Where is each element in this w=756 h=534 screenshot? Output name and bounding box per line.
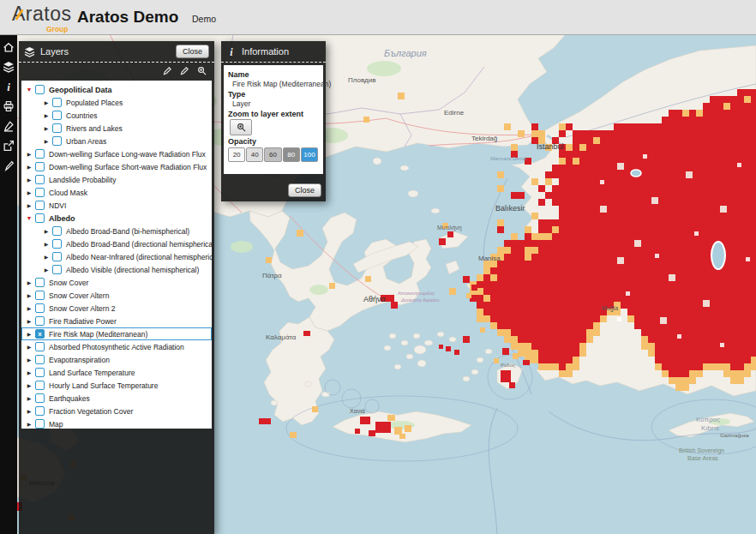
layer-checkbox[interactable] — [35, 368, 45, 377]
layer-checkbox[interactable] — [35, 355, 45, 364]
layer-checkbox[interactable] — [35, 393, 45, 403]
layer-checkbox[interactable] — [35, 406, 45, 416]
expand-arrow-icon[interactable]: ▶ — [42, 241, 51, 247]
layer-tree-item[interactable]: ▶Map — [21, 417, 212, 429]
layer-tree-item[interactable]: ▶Snow Cover — [21, 276, 212, 289]
information-icon[interactable]: i — [3, 80, 15, 93]
layer-tree-item[interactable]: ▼Albedo — [21, 212, 212, 225]
layer-tree-item[interactable]: ▶Earthquakes — [21, 392, 212, 405]
expand-arrow-icon[interactable]: ▶ — [25, 382, 33, 388]
expand-arrow-icon[interactable]: ▶ — [25, 357, 33, 363]
layer-tree-item[interactable]: ▶Albedo Broad-Band (bi-hemispherical) — [21, 225, 212, 237]
layer-checkbox[interactable] — [35, 316, 45, 326]
expand-arrow-icon[interactable]: ▶ — [42, 99, 51, 105]
expand-arrow-icon[interactable]: ▶ — [25, 305, 33, 311]
collapse-arrow-icon[interactable]: ▼ — [25, 87, 33, 93]
layer-tree-item[interactable]: ▶Rivers and Lakes — [21, 122, 212, 135]
zoom-to-extent-button[interactable] — [230, 119, 252, 135]
expand-arrow-icon[interactable]: ▶ — [25, 292, 33, 298]
layer-checkbox[interactable] — [35, 162, 45, 171]
layer-checkbox[interactable] — [52, 98, 62, 107]
edit-style-icon[interactable] — [180, 66, 189, 75]
expand-arrow-icon[interactable]: ▶ — [25, 177, 33, 183]
layer-tree-item[interactable]: ▼Geopolitical Data — [21, 83, 212, 96]
expand-arrow-icon[interactable]: ▶ — [42, 125, 51, 131]
layer-checkbox[interactable] — [52, 239, 62, 249]
expand-arrow-icon[interactable]: ▶ — [25, 164, 33, 170]
expand-arrow-icon[interactable]: ▶ — [42, 138, 51, 144]
expand-arrow-icon[interactable]: ▶ — [25, 318, 33, 324]
layer-checkbox[interactable] — [35, 381, 45, 390]
layer-tree-item[interactable]: ▶Urban Areas — [21, 135, 212, 147]
expand-arrow-icon[interactable]: ▶ — [25, 189, 33, 195]
layer-checkbox[interactable] — [35, 291, 45, 300]
layer-checkbox[interactable]: x — [35, 329, 45, 339]
information-close-button[interactable]: Close — [288, 183, 321, 197]
expand-arrow-icon[interactable]: ▶ — [42, 254, 51, 260]
pencil-icon[interactable] — [3, 159, 15, 171]
layer-tree-item[interactable]: ▶Landslide Probability — [21, 173, 212, 186]
layer-tree-item[interactable]: ▶Land Surface Temperature — [21, 366, 212, 379]
export-icon[interactable] — [3, 139, 15, 152]
expand-arrow-icon[interactable]: ▶ — [42, 228, 51, 234]
layer-checkbox[interactable] — [35, 149, 45, 159]
layer-tree-item[interactable]: ▶Albedo Broad-Band (directional hemisphe… — [21, 237, 212, 250]
layers-icon[interactable] — [3, 60, 15, 73]
expand-arrow-icon[interactable]: ▶ — [42, 112, 51, 118]
layer-checkbox[interactable] — [52, 123, 62, 133]
print-icon[interactable] — [3, 99, 15, 112]
opacity-button-60[interactable]: 60 — [264, 147, 281, 162]
layer-tree-item[interactable]: ▶Evapotranspiration — [21, 353, 212, 366]
zoom-search-icon[interactable] — [197, 66, 207, 75]
expand-arrow-icon[interactable]: ▶ — [25, 279, 33, 285]
layer-checkbox[interactable] — [52, 136, 62, 146]
layer-checkbox[interactable] — [35, 213, 45, 223]
layer-tree-item[interactable]: ▶Fire Radiative Power — [21, 315, 212, 327]
expand-arrow-icon[interactable]: ▶ — [25, 395, 33, 401]
expand-arrow-icon[interactable]: ▶ — [25, 344, 33, 350]
expand-arrow-icon[interactable]: ▶ — [25, 408, 33, 414]
layer-tree-item[interactable]: ▶Albedo Visible (directional hemispheric… — [21, 263, 212, 276]
opacity-button-20[interactable]: 20 — [228, 147, 245, 162]
layer-checkbox[interactable] — [52, 111, 62, 120]
layer-checkbox[interactable] — [52, 265, 62, 274]
layer-tree-item[interactable]: ▶Fraction Vegetation Cover — [21, 405, 212, 417]
opacity-button-80[interactable]: 80 — [283, 147, 300, 162]
layer-tree-item[interactable]: ▶Populated Places — [21, 96, 212, 109]
opacity-button-100[interactable]: 100 — [301, 147, 318, 162]
layer-label: Earthquakes — [49, 394, 90, 403]
layer-tree-item[interactable]: ▶Cloud Mask — [21, 186, 212, 199]
layer-tree-item[interactable]: ▶Hourly Land Surface Temperature — [21, 379, 212, 392]
layer-checkbox[interactable] — [35, 85, 45, 94]
layer-tree-item[interactable]: ▶Albedo Near-Infrared (directional hemis… — [21, 250, 212, 263]
expand-arrow-icon[interactable]: ▶ — [25, 369, 33, 375]
layer-tree-item[interactable]: ▶Down-welling Surface Short-wave Radiati… — [21, 160, 212, 173]
collapse-arrow-icon[interactable]: ▼ — [25, 215, 33, 221]
layer-tree-item[interactable]: ▶Countries — [21, 109, 212, 122]
layer-checkbox[interactable] — [35, 342, 45, 351]
layer-checkbox[interactable] — [35, 419, 45, 429]
layer-tree-item[interactable]: ▶NDVI — [21, 199, 212, 212]
layer-checkbox[interactable] — [35, 188, 45, 197]
layer-checkbox[interactable] — [35, 303, 45, 313]
layers-close-button[interactable]: Close — [176, 45, 209, 58]
measure-draw-icon[interactable] — [3, 119, 15, 132]
layer-checkbox[interactable] — [35, 175, 45, 184]
layer-checkbox[interactable] — [52, 252, 62, 261]
expand-arrow-icon[interactable]: ▶ — [25, 151, 33, 157]
layer-tree-item[interactable]: ▶Down-welling Surface Long-wave Radiatio… — [21, 147, 212, 160]
opacity-button-40[interactable]: 40 — [246, 147, 263, 162]
expand-arrow-icon[interactable]: ▶ — [25, 331, 33, 337]
layer-checkbox[interactable] — [52, 226, 62, 236]
home-icon[interactable] — [3, 40, 15, 53]
layer-tree-item[interactable]: ▶Snow Cover Altern 2 — [21, 302, 212, 315]
expand-arrow-icon[interactable]: ▶ — [25, 202, 33, 208]
layer-tree-item[interactable]: ▶Absorbed Photosynthetic Active Radiatio… — [21, 340, 212, 353]
expand-arrow-icon[interactable]: ▶ — [42, 267, 51, 273]
layer-tree-item[interactable]: ▶xFire Risk Map (Mediterranean) — [21, 327, 212, 340]
layer-checkbox[interactable] — [35, 278, 45, 287]
layer-tree-item[interactable]: ▶Snow Cover Altern — [21, 289, 212, 302]
edit-layer-icon[interactable] — [163, 66, 172, 75]
expand-arrow-icon[interactable]: ▶ — [25, 421, 33, 427]
layer-checkbox[interactable] — [35, 201, 45, 210]
